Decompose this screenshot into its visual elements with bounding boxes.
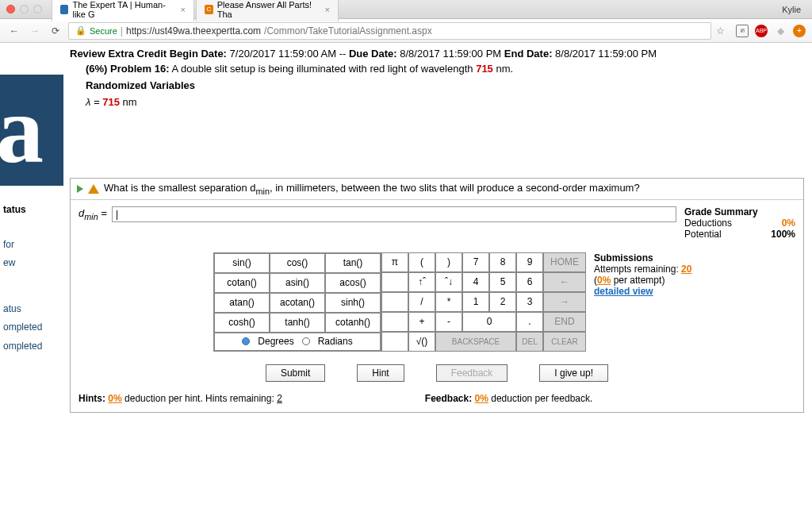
key-lparen[interactable]: ( (408, 252, 435, 272)
forward-button: → (27, 23, 43, 39)
action-buttons: Submit Hint Feedback I give up! (71, 358, 803, 388)
key-up[interactable]: ↑ˆ (408, 272, 435, 292)
key-end[interactable]: END (543, 312, 586, 332)
tab-close-icon[interactable]: × (181, 5, 186, 14)
tab-title: The Expert TA | Human-like G (72, 0, 173, 19)
key-rparen[interactable]: ) (435, 252, 462, 272)
tab-close-icon[interactable]: × (325, 5, 330, 14)
calc-sinh[interactable]: sinh() (325, 293, 381, 313)
answer-input-row: dmin = Grade Summary Deductions0% Potent… (71, 199, 803, 246)
key-minus[interactable]: - (435, 312, 462, 332)
calc-asin[interactable]: asin() (270, 273, 325, 293)
dmin-label: dmin = (79, 207, 107, 221)
angle-mode: Degrees Radians (214, 333, 381, 351)
sidebar-item: ompleted (3, 319, 42, 337)
key-6[interactable]: 6 (516, 272, 543, 292)
key-left[interactable]: ← (543, 272, 586, 292)
key-4[interactable]: 4 (462, 272, 489, 292)
browser-tab-1[interactable]: The Expert TA | Human-like G × (52, 0, 194, 21)
detailed-view-link[interactable]: detailed view (594, 286, 705, 297)
calculator-area: sin() cos() tan() cotan() asin() acos() … (71, 246, 803, 358)
key-pi[interactable]: π (381, 252, 408, 272)
maximize-window-icon[interactable] (33, 5, 42, 13)
key-2[interactable]: 2 (489, 292, 516, 312)
hints-footer: Hints: 0% deduction per hint. Hints rema… (71, 388, 803, 412)
key-9[interactable]: 9 (516, 252, 543, 272)
calc-atan[interactable]: atan() (214, 293, 270, 313)
menu-icon[interactable]: + (793, 25, 806, 37)
calc-cotan[interactable]: cotan() (214, 273, 270, 293)
key-blank (381, 292, 408, 312)
sidebar-fragments: tatus for ew atus ompleted ompleted (3, 202, 42, 357)
browser-toolbar: ← → ⟳ 🔒 Secure | https://ust49wa.theexpe… (0, 19, 812, 43)
chegg-favicon: C (205, 5, 213, 14)
function-grid: sin() cos() tan() cotan() asin() acos() … (213, 252, 381, 352)
key-mul[interactable]: * (435, 292, 462, 312)
question-text-row: What is the smallest separation dmin, in… (71, 179, 803, 199)
question-panel: What is the smallest separation dmin, in… (70, 178, 804, 413)
url-path: /Common/TakeTutorialAssignment.aspx (264, 25, 432, 37)
randomized-variables-label: Randomized Variables (70, 79, 804, 91)
key-1[interactable]: 1 (462, 292, 489, 312)
giveup-button[interactable]: I give up! (539, 364, 608, 382)
lambda-value: λ = 715 nm (70, 96, 804, 108)
submit-button[interactable]: Submit (266, 364, 325, 382)
question-text: What is the smallest separation dmin, in… (104, 182, 640, 196)
grade-summary: Grade Summary Deductions0% Potential100% (684, 206, 795, 240)
minimize-window-icon[interactable] (20, 5, 29, 13)
sidebar-item: for (3, 237, 42, 254)
extension-icon[interactable]: ◆ (774, 25, 787, 37)
key-right[interactable]: → (543, 292, 586, 312)
key-div[interactable]: / (408, 292, 435, 312)
key-5[interactable]: 5 (489, 272, 516, 292)
window-controls (6, 5, 42, 13)
problem-statement: (6%) Problem 16: A double slit setup is … (70, 63, 804, 75)
key-home[interactable]: HOME (543, 252, 586, 272)
tab-title: Please Answer All Parts! Tha (217, 0, 318, 19)
calc-acos[interactable]: acos() (325, 273, 381, 293)
calc-sin[interactable]: sin() (214, 253, 270, 273)
submissions-title: Submissions (594, 252, 705, 264)
sidebar-item: ew (3, 255, 42, 272)
calc-acotan[interactable]: acotan() (270, 293, 325, 313)
hint-button[interactable]: Hint (357, 364, 404, 382)
calculator: sin() cos() tan() cotan() asin() acos() … (213, 252, 586, 352)
key-down[interactable]: ˆ↓ (435, 272, 462, 292)
submissions-panel: Submissions Attempts remaining: 20 (0% p… (594, 252, 705, 352)
calc-tan[interactable]: tan() (325, 253, 381, 273)
calc-cosh[interactable]: cosh() (214, 313, 270, 333)
reload-button[interactable]: ⟳ (48, 23, 63, 39)
key-plus[interactable]: + (408, 312, 435, 332)
key-backspace[interactable]: BACKSPACE (435, 332, 516, 352)
grade-title: Grade Summary (684, 206, 795, 217)
browser-tab-2[interactable]: C Please Answer All Parts! Tha × (196, 0, 339, 21)
page-content: a tatus for ew atus ompleted ompleted Re… (0, 43, 812, 508)
key-clear[interactable]: CLEAR (543, 332, 586, 352)
key-0[interactable]: 0 (462, 312, 516, 332)
cast-icon[interactable]: ⎚ (736, 25, 749, 37)
back-button[interactable]: ← (6, 23, 22, 39)
lock-icon: 🔒 (75, 25, 86, 36)
abp-icon[interactable]: ABP (755, 25, 768, 37)
key-blank (381, 272, 408, 292)
key-del[interactable]: DEL (516, 332, 543, 352)
assignment-dates: Review Extra Credit Begin Date: 7/20/201… (70, 46, 804, 61)
calc-cotanh[interactable]: cotanh() (325, 313, 381, 333)
key-dot[interactable]: . (516, 312, 543, 332)
radians-radio[interactable] (302, 337, 310, 345)
key-8[interactable]: 8 (489, 252, 516, 272)
key-sqrt[interactable]: √() (408, 332, 435, 352)
close-window-icon[interactable] (6, 5, 15, 13)
address-bar[interactable]: 🔒 Secure | https://ust49wa.theexpertta.c… (68, 22, 711, 40)
bookmark-star-icon[interactable]: ☆ (716, 25, 725, 37)
play-icon[interactable] (77, 185, 83, 193)
key-3[interactable]: 3 (516, 292, 543, 312)
key-blank (381, 312, 408, 332)
url-host: https://ust49wa.theexpertta.com (126, 25, 261, 37)
degrees-radio[interactable] (242, 337, 250, 345)
calc-tanh[interactable]: tanh() (270, 313, 325, 333)
numpad: π ( ) 7 8 9 HOME ↑ˆ ˆ↓ 4 5 6 ← (381, 252, 586, 352)
calc-cos[interactable]: cos() (270, 253, 325, 273)
answer-input[interactable] (112, 206, 676, 222)
key-7[interactable]: 7 (462, 252, 489, 272)
